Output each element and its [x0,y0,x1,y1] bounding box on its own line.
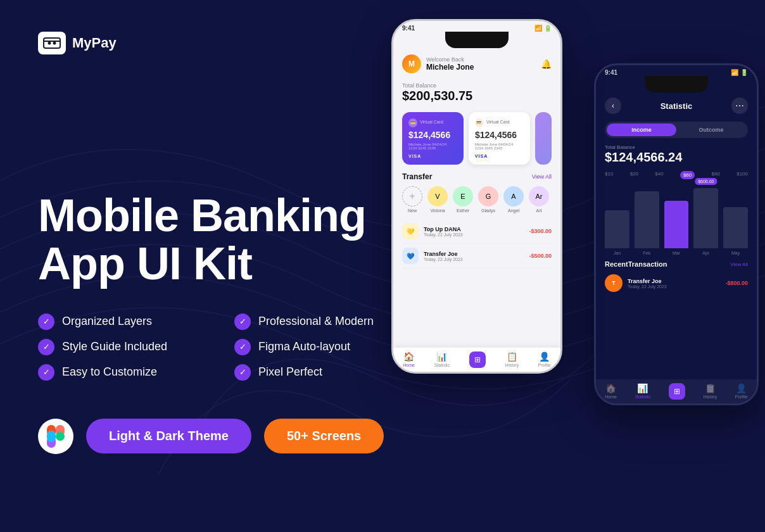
dark-nav-statistic[interactable]: 📊 Statistic [635,383,651,400]
dark-balance-section: Total Balance $124,4566.24 [596,141,757,168]
dark-time: 9:41 [605,69,617,76]
dark-nav-profile-label: Profile [735,395,748,399]
dark-recent-header: RecentTransaction View All [596,258,757,270]
avatar-victoria[interactable]: V [427,186,448,206]
dark-nav-qr[interactable]: ⊞ [669,383,685,400]
bar-may: May [723,207,748,255]
transfer-header: Transfer View All [402,172,552,181]
axis-40: $40 [655,171,663,179]
avatar-gladys[interactable]: G [478,186,498,206]
dark-recent-title: RecentTransaction [605,260,667,268]
axis-20: $20 [630,171,638,179]
light-bottom-nav: 🏠 Home 📊 Statistic ⊞ 📋 History 👤 Profile [393,348,560,372]
feature-label-4: Figma Auto-layout [258,340,350,353]
check-icon-1: ✓ [38,314,54,330]
nav-history[interactable]: 📋 History [505,352,519,368]
light-balance-amount: $200,530.75 [402,89,552,103]
income-toggle[interactable]: Income [607,124,676,136]
card2-label: Virtual Card [486,120,510,124]
chart-area: Jan Feb Mar $600.00 [596,182,757,258]
contact-gladys: G Gladys [478,186,498,213]
nav-statistic[interactable]: 📊 Statistic [434,352,450,368]
dark-back-button[interactable]: ‹ [605,98,621,114]
theme-button[interactable]: Light & Dark Theme [86,419,251,453]
light-time: 9:41 [402,25,415,32]
tx-amount-2: -$500.00 [529,253,552,259]
logo-text: MyPay [72,35,117,51]
axis-row: $10 $20 $40 $60 $80 $100 [596,168,757,182]
bar-apr-fill [693,188,718,248]
view-all-link[interactable]: View All [532,174,552,180]
tx-name-1: Top Up DANA [424,226,524,232]
bar-feb-fill [635,191,659,248]
dark-nav-history[interactable]: 📋 History [703,383,717,400]
svg-point-8 [56,432,65,441]
avatar-esther[interactable]: E [453,186,473,206]
bar-apr: $600.00 Apr [693,188,718,255]
phone-dark: 9:41 📶 🔋 ‹ Statistic ⋯ Income Outcome To… [594,63,759,405]
card-purple: 💳 Virtual Card $124,4566 Michele.Jone 04… [402,112,464,165]
dark-view-all[interactable]: View All [730,262,748,267]
feature-customize: ✓ Easy to Customize [38,364,209,381]
nav-history-label: History [505,363,519,367]
nav-qr[interactable]: ⊞ [469,352,486,368]
left-panel: MyPay Mobile Banking App UI Kit ✓ Organi… [38,0,405,532]
card2-number: 1234 3345 2345 [475,146,524,150]
bottom-buttons: Light & Dark Theme 50+ Screens [38,419,405,454]
check-icon-3: ✓ [38,339,54,355]
check-icon-2: ✓ [234,314,251,330]
dark-nav-home[interactable]: 🏠 Home [605,383,617,400]
bar-jan-label: Jan [614,251,621,255]
avatar-art-name: Art [536,208,542,213]
headline-line1: Mobile Banking [38,192,405,240]
feature-label-1: Organized Layers [62,315,152,328]
bar-mar-fill [664,201,689,248]
svg-rect-0 [44,38,60,48]
tx-date-1: Today, 22 July 2023 [424,232,524,237]
card1-amount: $124,4566 [408,130,457,140]
screens-button[interactable]: 50+ Screens [264,419,384,453]
svg-rect-7 [47,431,56,442]
bar-apr-label: Apr [702,251,709,255]
light-notch [445,32,509,48]
add-contact-button[interactable]: + [402,186,422,206]
card-partial [535,112,552,165]
phone-light: 9:41 📶 🔋 M Welcome Back Michele Jone 🔔 [391,19,562,374]
home-icon: 🏠 [403,352,414,362]
check-icon-5: ✓ [38,364,54,381]
contact-new: + New [402,186,422,213]
svg-rect-3 [44,41,60,42]
table-row: 💙 Transfer Joe Today, 22 July 2023 -$500… [402,244,552,269]
dark-notch [645,76,708,92]
bar-jan-fill [605,210,629,248]
axis-100: $100 [737,171,748,179]
feature-label-5: Easy to Customize [62,365,157,379]
bar-mar: Mar [664,201,689,255]
avatar-angel[interactable]: A [503,186,524,206]
tx-amount-1: -$300.00 [529,228,552,234]
dark-tx-date-1: Today, 22 July 2023 [628,284,720,289]
bar-feb-label: Feb [643,251,650,255]
feature-style-guide: ✓ Style Guide Included [38,339,209,355]
feature-label-3: Style Guide Included [62,340,167,353]
figma-icon-button[interactable] [38,419,73,454]
tx-date-2: Today, 22 July 2023 [424,257,524,262]
logo-area: MyPay [38,32,117,54]
tx-info-1: Top Up DANA Today, 22 July 2023 [424,226,524,237]
nav-profile[interactable]: 👤 Profile [538,352,551,368]
card1-label: Virtual Card [420,120,443,124]
dark-more-button[interactable]: ⋯ [731,98,748,114]
nav-home-label: Home [403,363,415,367]
bar-may-label: May [731,251,740,255]
dark-balance-label: Total Balance [605,144,748,150]
contact-new-label: New [408,208,417,213]
dark-nav-profile[interactable]: 👤 Profile [735,383,748,400]
avatar-art[interactable]: Ar [529,186,549,206]
tx-icon-1: 💛 [402,223,419,239]
dark-nav-home-label: Home [605,395,617,399]
outcome-toggle[interactable]: Outcome [676,124,746,136]
nav-home[interactable]: 🏠 Home [403,352,415,368]
cards-row: 💳 Virtual Card $124,4566 Michele.Jone 04… [393,108,560,168]
bell-icon: 🔔 [541,59,552,69]
bar-tooltip: $600.00 [695,178,717,185]
